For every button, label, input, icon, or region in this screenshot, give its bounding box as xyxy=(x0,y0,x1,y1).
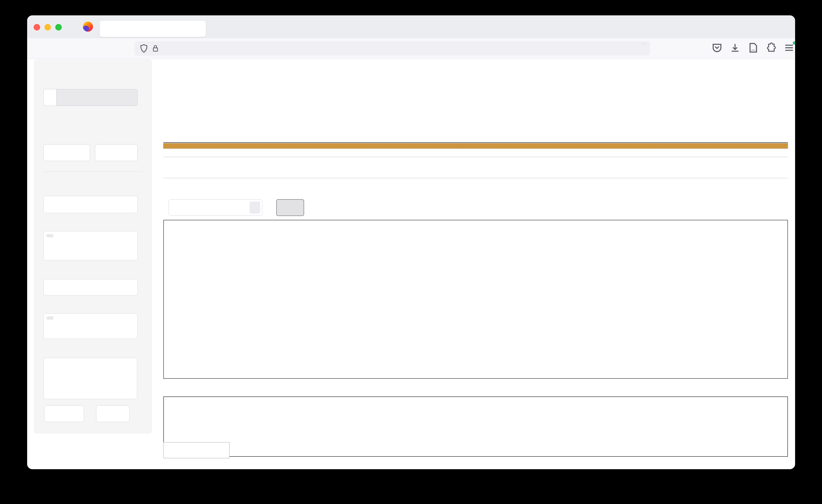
main-tabs xyxy=(163,157,788,157)
close-window-button[interactable] xyxy=(34,24,40,30)
number-stepper[interactable] xyxy=(250,202,260,214)
bookmark-star-icon[interactable] xyxy=(641,43,646,44)
hjorth-plot-c3[interactable] xyxy=(164,311,786,353)
minimize-window-button[interactable] xyxy=(44,24,51,30)
hypnogram-axis xyxy=(163,142,788,143)
ecg-trace[interactable] xyxy=(164,397,786,455)
example-button[interactable] xyxy=(95,144,138,161)
ecg-strip-box xyxy=(163,396,788,457)
refresh-button[interactable] xyxy=(96,405,130,422)
browser-tab[interactable] xyxy=(100,21,206,37)
url-bar[interactable] xyxy=(134,41,650,56)
sidebar-document-icon[interactable] xyxy=(747,42,761,55)
epoch-band[interactable] xyxy=(163,143,788,149)
sidebar-divider xyxy=(43,172,142,172)
lock-icon xyxy=(152,44,159,53)
browser-window xyxy=(27,15,795,469)
app-menu-icon[interactable] xyxy=(783,42,795,55)
pocket-icon[interactable] xyxy=(711,42,725,55)
file-input[interactable] xyxy=(43,89,138,106)
file-placeholder xyxy=(56,89,60,106)
reepoch-button[interactable] xyxy=(44,405,84,422)
time-ruler[interactable] xyxy=(163,149,788,155)
listed-annotations-input[interactable] xyxy=(43,313,138,339)
winsorization-input[interactable] xyxy=(168,199,262,216)
channel-chip-row xyxy=(44,196,137,201)
main-panel xyxy=(163,59,788,469)
sidebar xyxy=(34,60,152,433)
hjorth-plots-box xyxy=(163,220,788,379)
spectrogram-channel-select[interactable] xyxy=(43,279,138,295)
moonlight-app xyxy=(27,59,795,469)
instances-list[interactable] xyxy=(43,358,137,399)
listed-annotation-chip[interactable] xyxy=(46,316,54,320)
browser-titlebar xyxy=(27,15,795,38)
downloads-icon[interactable] xyxy=(729,42,743,55)
sub-tabs xyxy=(163,178,788,178)
extensions-puzzle-icon[interactable] xyxy=(765,42,779,55)
shield-icon xyxy=(140,44,148,53)
desktop xyxy=(0,0,822,504)
moonbeam-button[interactable] xyxy=(43,144,90,161)
annotations-input[interactable] xyxy=(43,231,138,260)
browser-navbar xyxy=(27,38,795,59)
build-button[interactable] xyxy=(276,199,304,216)
annotation-chip[interactable] xyxy=(46,234,54,237)
browse-button[interactable] xyxy=(44,89,56,106)
firefox-icon xyxy=(83,22,93,32)
whole-night-spectrogram[interactable] xyxy=(163,68,788,108)
hjorth-plot-airflow[interactable] xyxy=(164,220,786,263)
hjorth-plot-ecg2[interactable] xyxy=(164,265,786,308)
menu-notification-dot xyxy=(793,41,795,45)
hjorth-label-c3 xyxy=(164,353,787,356)
hypnogram-track[interactable] xyxy=(163,127,788,142)
channels-input[interactable] xyxy=(43,196,138,213)
hjorth-label-airflow xyxy=(164,263,787,265)
hjorth-label-ecg2 xyxy=(164,308,787,311)
zoom-window-button[interactable] xyxy=(55,24,62,30)
ecg-range-label xyxy=(163,442,230,458)
winsorization-row xyxy=(163,199,304,216)
